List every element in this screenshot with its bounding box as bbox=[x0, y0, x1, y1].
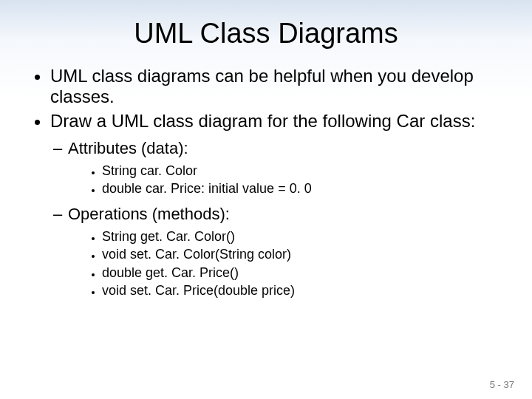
page-number: 5 - 37 bbox=[490, 379, 514, 390]
operation-item: void set. Car. Price(double price) bbox=[102, 282, 502, 299]
attribute-item: double car. Price: initial value = 0. 0 bbox=[102, 180, 502, 197]
operation-item: double get. Car. Price() bbox=[102, 265, 502, 282]
attributes-list: String car. Color double car. Price: ini… bbox=[68, 163, 502, 197]
bullet-item: UML class diagrams can be helpful when y… bbox=[50, 66, 502, 108]
slide-title: UML Class Diagrams bbox=[30, 18, 502, 50]
sub-list: Attributes (data): String car. Color dou… bbox=[50, 139, 502, 299]
attributes-header: Attributes (data): bbox=[68, 139, 502, 158]
bullet-item: Draw a UML class diagram for the followi… bbox=[50, 111, 502, 132]
slide: UML Class Diagrams UML class diagrams ca… bbox=[0, 0, 532, 399]
attribute-item: String car. Color bbox=[102, 163, 502, 180]
operations-header: Operations (methods): bbox=[68, 205, 502, 224]
bullet-list: UML class diagrams can be helpful when y… bbox=[30, 66, 502, 299]
operation-item: String get. Car. Color() bbox=[102, 228, 502, 245]
operation-item: void set. Car. Color(String color) bbox=[102, 246, 502, 263]
operations-list: String get. Car. Color() void set. Car. … bbox=[68, 228, 502, 299]
